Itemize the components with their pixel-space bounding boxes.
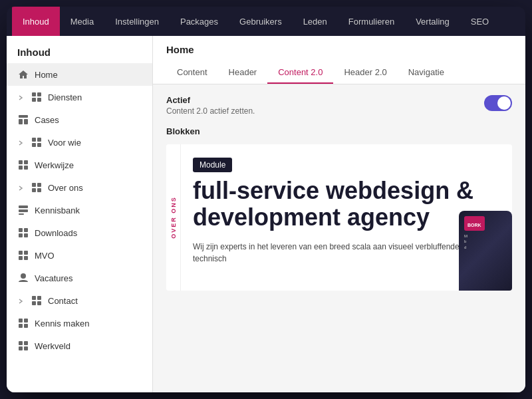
page-title: Home [166, 44, 512, 55]
svg-rect-33 [32, 301, 36, 305]
sidebar-item-mvo[interactable]: MVO [7, 244, 152, 267]
svg-rect-20 [19, 209, 28, 212]
sidebar-label-contact: Contact [48, 296, 78, 306]
tab-navigatie[interactable]: Navigatie [398, 62, 455, 84]
tab-header[interactable]: Header [218, 62, 268, 84]
grid-icon-werkveld [17, 340, 29, 352]
svg-rect-6 [24, 119, 28, 124]
sidebar-item-contact[interactable]: Contact [7, 289, 152, 312]
svg-rect-36 [24, 319, 28, 323]
svg-rect-4 [19, 115, 28, 118]
svg-rect-26 [19, 251, 23, 255]
sidebar-item-voorwie[interactable]: Voor wie [7, 131, 152, 154]
svg-rect-34 [37, 301, 41, 305]
sidebar-item-diensten[interactable]: Diensten [7, 86, 152, 108]
main-layout: Inhoud Home Diensten [7, 36, 525, 392]
svg-rect-35 [19, 319, 23, 323]
sidebar-item-kennismaken[interactable]: Kennis maken [7, 312, 152, 334]
nav-seo[interactable]: SEO [460, 7, 499, 36]
svg-rect-17 [32, 188, 36, 192]
svg-rect-2 [32, 98, 36, 102]
sidebar-item-werkwijze[interactable]: Werkwijze [7, 154, 152, 176]
svg-rect-32 [37, 296, 41, 300]
svg-rect-21 [19, 213, 24, 215]
toggle-switch[interactable] [484, 95, 512, 111]
nav-instellingen[interactable]: Instellingen [104, 7, 170, 36]
grid-icon-werkwijze [17, 159, 29, 171]
home-icon [17, 68, 29, 80]
nav-formulieren[interactable]: Formulieren [338, 7, 405, 36]
svg-rect-18 [37, 188, 41, 192]
nav-vertaling[interactable]: Vertaling [405, 7, 460, 36]
nav-inhoud[interactable]: Inhoud [12, 7, 60, 36]
svg-rect-28 [19, 256, 23, 260]
svg-rect-23 [24, 228, 28, 232]
sidebar-label-diensten: Diensten [48, 92, 82, 102]
side-label: OVER ONS [170, 196, 177, 239]
tab-content[interactable]: Content [166, 62, 218, 84]
sidebar-label-kennismaken: Kennis maken [35, 319, 89, 329]
sidebar-label-overons: Over ons [48, 183, 83, 193]
nav-media[interactable]: Media [60, 7, 104, 36]
grid-icon-contact [31, 295, 43, 307]
svg-rect-12 [24, 160, 28, 164]
sidebar-item-cases[interactable]: Cases [7, 108, 152, 131]
chevron-right-icon-4 [17, 297, 25, 305]
phone-brand-text: BORK [467, 223, 481, 227]
phone-mockup: BORK Mbd [459, 211, 512, 291]
sidebar-label-vacatures: Vacatures [35, 273, 73, 283]
tab-header20[interactable]: Header 2.0 [333, 62, 397, 84]
toggle-info: Actief Content 2.0 actief zetten. [166, 95, 484, 116]
phone-screen: BORK Mbd [459, 211, 512, 291]
sidebar-label-mvo: MVO [35, 251, 55, 261]
module-badge: Module [193, 158, 232, 172]
content-body: Actief Content 2.0 actief zetten. Blokke… [153, 84, 525, 392]
svg-rect-0 [32, 92, 36, 96]
grid-icon-overons [31, 182, 43, 194]
svg-rect-1 [37, 92, 41, 96]
content-area: Home Content Header Content 2.0 Header 2… [153, 36, 525, 392]
phone-content-text: Mbd [464, 233, 467, 250]
svg-rect-16 [37, 183, 41, 187]
nav-packages[interactable]: Packages [170, 7, 229, 36]
sidebar-item-werkveld[interactable]: Werkveld [7, 334, 152, 357]
top-nav: Inhoud Media Instellingen Packages Gebru… [7, 7, 525, 36]
svg-rect-27 [24, 251, 28, 255]
sidebar-label-cases: Cases [35, 115, 59, 125]
nav-gebruikers[interactable]: Gebruikers [229, 7, 293, 36]
svg-rect-38 [24, 324, 28, 328]
sidebar-item-home[interactable]: Home [7, 63, 152, 86]
tabs-row: Content Header Content 2.0 Header 2.0 Na… [166, 62, 512, 84]
grid-icon-mvo [17, 249, 29, 261]
grid-icon [31, 91, 43, 103]
svg-rect-22 [19, 228, 23, 232]
svg-rect-10 [37, 143, 41, 147]
svg-rect-15 [32, 183, 36, 187]
chevron-right-icon [17, 93, 25, 101]
chevron-right-icon-2 [17, 138, 25, 146]
sidebar-label-downloads: Downloads [35, 228, 77, 238]
phone-brand: BORK [464, 216, 485, 231]
nav-leden[interactable]: Leden [293, 7, 338, 36]
svg-rect-41 [19, 346, 23, 350]
sidebar-item-vacatures[interactable]: Vacatures [7, 267, 152, 289]
sidebar-item-kennisbank[interactable]: Kennisbank [7, 199, 152, 221]
side-label-container: OVER ONS [166, 144, 181, 291]
toggle-sublabel: Content 2.0 actief zetten. [166, 106, 484, 116]
sidebar-label-voorwie: Voor wie [48, 138, 81, 148]
tab-content20[interactable]: Content 2.0 [267, 62, 333, 84]
grid-icon-voorwie [31, 136, 43, 148]
sidebar-title: Inhoud [7, 36, 152, 63]
sidebar: Inhoud Home Diensten [7, 36, 153, 392]
sidebar-item-overons[interactable]: Over ons [7, 176, 152, 199]
svg-rect-25 [24, 233, 28, 237]
svg-rect-13 [19, 166, 23, 170]
svg-rect-11 [19, 160, 23, 164]
svg-rect-19 [19, 205, 28, 208]
grid-icon-kennismaken [17, 317, 29, 329]
sidebar-label-kennisbank: Kennisbank [35, 205, 80, 215]
sidebar-item-downloads[interactable]: Downloads [7, 221, 152, 244]
device-frame: Inhoud Media Instellingen Packages Gebru… [7, 7, 525, 392]
svg-rect-31 [32, 296, 36, 300]
svg-rect-40 [24, 341, 28, 345]
